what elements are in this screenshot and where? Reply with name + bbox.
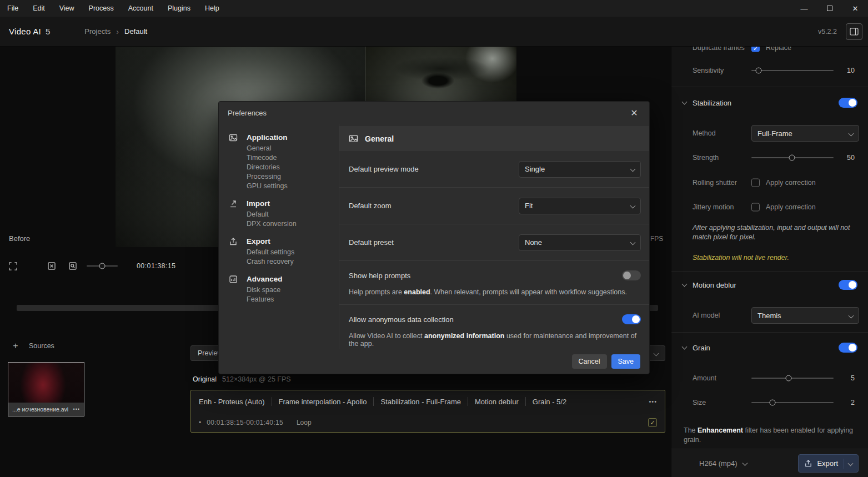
nav-item-import-default[interactable]: Default [219, 209, 339, 219]
default-preset-select[interactable]: None [519, 234, 641, 251]
window-controls: — ✕ [791, 0, 868, 17]
applied-filters-box[interactable]: Enh - Proteus (Auto) Frame interpolation… [190, 390, 665, 433]
note-text: The [684, 426, 698, 434]
minimize-icon[interactable]: — [791, 0, 817, 17]
nav-item-dpx-conversion[interactable]: DPX conversion [219, 219, 339, 228]
application-icon [229, 133, 238, 142]
zoom-region-icon[interactable] [68, 261, 78, 271]
default-zoom-select[interactable]: Fit [519, 198, 641, 214]
preview-zoom-slider[interactable] [87, 265, 118, 267]
app-header: Video AI 5 Projects › Default v5.2.2 [0, 17, 868, 47]
general-section-header: General [339, 126, 649, 151]
filter-pill-enhancement[interactable]: Enh - Proteus (Auto) [199, 398, 265, 406]
maximize-icon[interactable] [817, 0, 842, 17]
slider-knob[interactable] [756, 68, 762, 74]
nav-export[interactable]: Export [219, 235, 339, 247]
panel-toggle-button[interactable] [846, 23, 862, 40]
output-format-select[interactable]: H264 (mp4) [699, 459, 747, 468]
menu-view[interactable]: View [52, 0, 82, 17]
nav-item-disk-space[interactable]: Disk space [219, 285, 339, 294]
nav-import[interactable]: Import [219, 198, 339, 209]
filter-pill-stabilization[interactable]: Stabilization - Full-Frame [380, 398, 461, 406]
crop-region-icon[interactable] [8, 261, 18, 271]
jittery-motion-row: Jittery motion Apply correction [671, 199, 868, 215]
select-value: None [525, 238, 542, 247]
save-button[interactable]: Save [611, 354, 641, 369]
method-select[interactable]: Full-Frame [751, 125, 859, 142]
clip-enabled-checkbox[interactable]: ✓ [648, 418, 657, 427]
size-slider[interactable] [751, 402, 834, 403]
replace-checkbox[interactable]: ✓ [751, 47, 760, 52]
amount-slider[interactable] [751, 378, 834, 379]
select-value: Fit [525, 202, 533, 210]
menu-plugins[interactable]: Plugins [160, 0, 198, 17]
add-source-button[interactable]: + [11, 341, 20, 351]
dialog-close-icon[interactable]: ✕ [628, 108, 640, 118]
nav-application[interactable]: Application [219, 132, 339, 143]
toggle-knob [849, 99, 856, 107]
help-prompts-toggle[interactable] [622, 270, 641, 280]
breadcrumb-projects[interactable]: Projects [84, 27, 111, 36]
app-title: Video AI [9, 27, 41, 36]
stabilization-toggle[interactable] [839, 98, 857, 108]
nav-advanced[interactable]: Advanced [219, 273, 339, 285]
default-preview-mode-row: Default preview mode Single [339, 151, 649, 188]
jittery-motion-checkbox[interactable] [751, 203, 760, 212]
export-button[interactable]: Export [798, 454, 859, 473]
motion-deblur-header[interactable]: Motion deblur [671, 277, 868, 293]
default-preview-mode-select[interactable]: Single [519, 161, 641, 178]
menu-edit[interactable]: Edit [26, 0, 52, 17]
clip-range: 00:01:38:15-00:01:40:15 [207, 419, 283, 426]
source-clip-name: ...е исчезновение.avi [12, 406, 70, 413]
nav-item-features[interactable]: Features [219, 294, 339, 304]
slider-knob[interactable] [770, 400, 776, 406]
motion-deblur-toggle[interactable] [839, 280, 857, 290]
strength-slider[interactable] [751, 157, 834, 158]
slider-knob[interactable] [785, 375, 791, 381]
filter-pill-motion-deblur[interactable]: Motion deblur [475, 398, 519, 406]
breadcrumb: Projects › Default [84, 27, 147, 36]
ai-model-select[interactable]: Themis [751, 307, 859, 324]
chevron-down-icon [630, 240, 636, 245]
stabilization-header[interactable]: Stabilization [671, 94, 868, 111]
chevron-down-icon[interactable] [654, 350, 659, 356]
original-resolution: 512×384px @ 25 FPS [222, 375, 291, 383]
grain-header[interactable]: Grain [671, 339, 868, 356]
sensitivity-slider[interactable] [751, 70, 834, 71]
filter-pill-frame-interpolation[interactable]: Frame interpolation - Apollo [279, 398, 367, 406]
rolling-shutter-checkbox[interactable] [751, 179, 760, 187]
source-more-icon[interactable]: ••• [73, 406, 80, 412]
original-label: Original [193, 375, 217, 383]
grain-toggle[interactable] [839, 343, 857, 353]
default-preset-label: Default preset [349, 238, 394, 247]
menu-account[interactable]: Account [121, 0, 160, 17]
menu-process[interactable]: Process [82, 0, 121, 17]
cancel-button[interactable]: Cancel [572, 354, 607, 369]
nav-item-processing[interactable]: Processing [219, 172, 339, 181]
clear-selection-icon[interactable] [47, 261, 57, 271]
close-icon[interactable]: ✕ [842, 0, 868, 17]
size-label: Size [693, 399, 706, 406]
filter-more-icon[interactable]: ••• [649, 398, 657, 405]
filter-pill-grain[interactable]: Grain - 5/2 [533, 398, 566, 406]
nav-item-default-settings[interactable]: Default settings [219, 247, 339, 257]
method-row: Method Full-Frame [671, 125, 868, 142]
nav-item-crash-recovery[interactable]: Crash recovery [219, 257, 339, 266]
export-bar: H264 (mp4) Export [671, 449, 868, 477]
pill-divider [525, 397, 526, 406]
slider-knob[interactable] [789, 155, 795, 161]
nav-item-directories[interactable]: Directories [219, 162, 339, 172]
menu-file[interactable]: File [0, 0, 26, 17]
nav-item-general[interactable]: General [219, 143, 339, 153]
source-thumbnail[interactable]: ...е исчезновение.avi ••• [8, 362, 84, 416]
nav-item-timecode[interactable]: Timecode [219, 153, 339, 162]
desc-text: Help prompts are [349, 288, 404, 296]
menu-help[interactable]: Help [198, 0, 227, 17]
maximize-glyph [827, 6, 832, 11]
select-value: Single [525, 165, 545, 173]
data-collection-toggle[interactable] [622, 314, 641, 324]
nav-item-gpu-settings[interactable]: GPU settings [219, 181, 339, 190]
stabilization-note: After applying stabilization, input and … [693, 223, 857, 242]
slider-knob[interactable] [99, 263, 106, 269]
chevron-down-icon[interactable] [848, 461, 854, 466]
